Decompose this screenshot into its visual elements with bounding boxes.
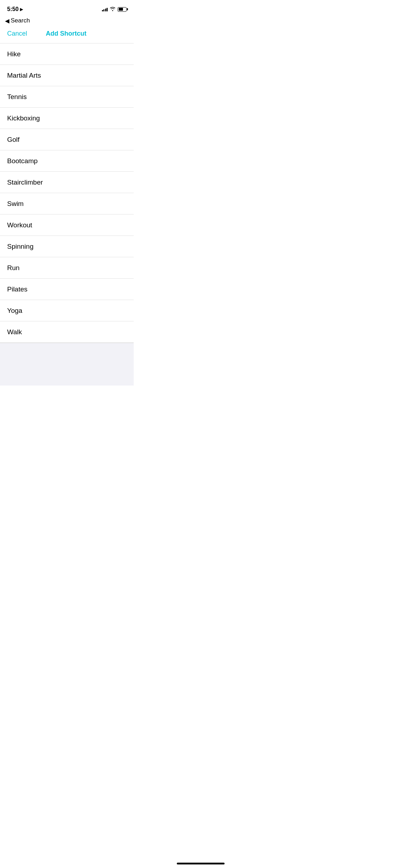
back-chevron-icon: ◀	[5, 17, 9, 24]
list-item-label: Martial Arts	[7, 72, 41, 79]
status-bar: 5:50 ▶	[0, 0, 134, 16]
list-item[interactable]: Hike	[0, 43, 134, 65]
back-label: Search	[11, 17, 30, 24]
battery-icon	[118, 7, 127, 12]
nav-bar: Cancel Add Shortcut	[0, 27, 134, 43]
cancel-button[interactable]: Cancel	[7, 30, 27, 37]
wifi-icon	[110, 6, 115, 12]
list-item[interactable]: Martial Arts	[0, 65, 134, 86]
list-item[interactable]: Kickboxing	[0, 108, 134, 129]
list-item-label: Stairclimber	[7, 179, 43, 186]
page-title: Add Shortcut	[27, 30, 105, 37]
list-item[interactable]: Bootcamp	[0, 150, 134, 172]
list-item[interactable]: Golf	[0, 129, 134, 150]
list-item-label: Walk	[7, 328, 22, 336]
list-item[interactable]: Spinning	[0, 236, 134, 257]
location-arrow-icon: ▶	[20, 7, 23, 12]
list-item-label: Run	[7, 264, 20, 272]
shortcut-list: HikeMartial ArtsTennisKickboxingGolfBoot…	[0, 43, 134, 343]
list-item-label: Golf	[7, 136, 20, 144]
list-item-label: Hike	[7, 50, 21, 58]
signal-icon	[102, 7, 108, 11]
status-time: 5:50 ▶	[7, 6, 23, 12]
status-icons	[102, 6, 127, 12]
list-item[interactable]: Swim	[0, 193, 134, 215]
list-item-label: Bootcamp	[7, 157, 38, 165]
list-item-label: Swim	[7, 200, 24, 208]
list-item-label: Spinning	[7, 243, 34, 250]
list-item[interactable]: Workout	[0, 215, 134, 236]
time-display: 5:50	[7, 6, 19, 12]
list-item[interactable]: Yoga	[0, 300, 134, 321]
list-item[interactable]: Pilates	[0, 279, 134, 300]
list-item-label: Pilates	[7, 285, 27, 293]
list-item-label: Kickboxing	[7, 114, 40, 122]
list-item-label: Tennis	[7, 93, 27, 101]
list-item[interactable]: Walk	[0, 321, 134, 343]
list-item[interactable]: Tennis	[0, 86, 134, 108]
list-item-label: Workout	[7, 221, 32, 229]
list-item[interactable]: Stairclimber	[0, 172, 134, 193]
back-navigation[interactable]: ◀ Search	[0, 16, 134, 27]
list-item-label: Yoga	[7, 307, 22, 315]
footer-area	[0, 343, 134, 386]
list-item[interactable]: Run	[0, 257, 134, 279]
